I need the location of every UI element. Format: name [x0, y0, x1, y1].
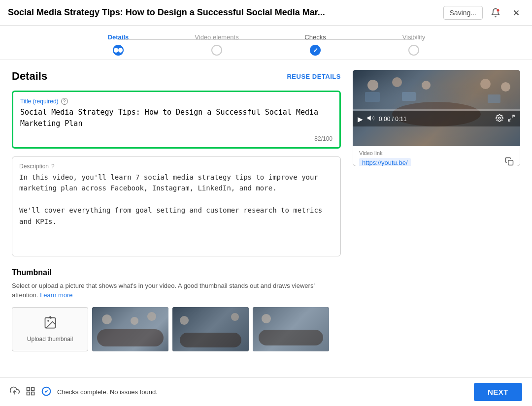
video-preview: ▶ 0:00 / 0:11: [353, 70, 520, 166]
bell-icon: [491, 8, 500, 18]
section-title: Details: [12, 70, 47, 83]
thumbnail-row: Upload thumbnail: [12, 307, 341, 351]
video-overlay: [353, 70, 520, 146]
fullscreen-button[interactable]: [507, 114, 515, 124]
description-label: Description ?: [19, 163, 333, 170]
step-video-elements-circle: [211, 45, 222, 56]
learn-more-link[interactable]: Learn more: [40, 291, 72, 299]
step-details-circle: [113, 45, 124, 56]
alert-icon-button[interactable]: [488, 5, 503, 21]
video-link-label: Video link: [359, 150, 514, 156]
svg-point-7: [499, 117, 500, 119]
title-label: Title (required) ?: [20, 98, 332, 105]
upload-thumbnail-button[interactable]: Upload thumbnail: [12, 307, 88, 351]
volume-button[interactable]: [367, 114, 375, 124]
svg-rect-14: [27, 392, 30, 395]
upload-icon: [43, 316, 57, 333]
video-link-url[interactable]: https://youtu.be/: [359, 158, 411, 166]
svg-point-0: [497, 9, 499, 11]
close-button[interactable]: [508, 5, 524, 21]
video-info-box: Video link https://youtu.be/ Filename So…: [353, 146, 520, 166]
step-visibility[interactable]: Visibility: [365, 33, 463, 56]
step-video-elements[interactable]: Video elements: [167, 33, 266, 56]
char-count: 82/100: [20, 135, 332, 142]
thumbnail-option-1[interactable]: [92, 307, 168, 351]
thumbnail-option-2[interactable]: [172, 307, 249, 351]
next-button[interactable]: NEXT: [474, 383, 522, 401]
settings-button[interactable]: [496, 114, 503, 124]
step-checks-circle: ✓: [310, 45, 321, 56]
bottom-bar: Checks complete. No issues found. NEXT: [0, 377, 532, 406]
video-thumbnail: ▶ 0:00 / 0:11: [353, 70, 520, 146]
play-button[interactable]: ▶: [358, 115, 363, 123]
svg-marker-6: [367, 116, 370, 120]
header-actions: Saving...: [443, 5, 524, 21]
video-progress-bar[interactable]: [353, 109, 520, 111]
check-complete-icon: [41, 386, 51, 398]
svg-rect-12: [27, 387, 30, 390]
title-input[interactable]: Social Media Strategy Tips: How to Desig…: [20, 107, 332, 131]
svg-line-9: [508, 119, 511, 121]
header: Social Media Strategy Tips: How to Desig…: [0, 0, 532, 26]
svg-rect-10: [508, 160, 513, 165]
svg-rect-13: [32, 387, 34, 390]
svg-rect-15: [32, 392, 34, 395]
right-panel: ▶ 0:00 / 0:11: [353, 70, 520, 368]
left-panel: Details REUSE DETAILS Title (required) ?…: [12, 70, 341, 368]
saving-button[interactable]: Saving...: [443, 6, 483, 20]
step-visibility-circle: [408, 45, 419, 56]
svg-line-8: [512, 115, 514, 118]
step-checks[interactable]: Checks ✓: [266, 33, 365, 56]
grid-icon-bottom[interactable]: [26, 386, 35, 398]
svg-point-4: [47, 320, 49, 322]
step-visibility-label: Visibility: [402, 33, 426, 41]
copy-button[interactable]: [505, 157, 514, 166]
description-input[interactable]: In this video, you'll learn 7 social med…: [19, 172, 333, 249]
section-header: Details REUSE DETAILS: [12, 70, 341, 83]
page-title: Social Media Strategy Tips: How to Desig…: [8, 7, 392, 18]
video-link-row: https://youtu.be/: [359, 157, 514, 166]
thumbnail-option-3[interactable]: [253, 307, 329, 351]
thumbnail-section: Thumbnail Select or upload a picture tha…: [12, 268, 341, 351]
check-mark: ✓: [313, 47, 318, 54]
close-icon: [512, 8, 521, 17]
upload-icon-bottom[interactable]: [10, 386, 20, 398]
steps-nav: Details Video elements Checks ✓ Visibili…: [0, 26, 532, 60]
video-controls: ▶ 0:00 / 0:11: [353, 111, 520, 126]
title-field-wrapper: Title (required) ? Social Media Strategy…: [12, 91, 341, 149]
description-field-wrapper: Description ? In this video, you'll lear…: [12, 156, 341, 256]
upload-thumbnail-label: Upload thumbnail: [27, 336, 73, 343]
description-help-icon[interactable]: ?: [51, 163, 55, 170]
thumbnail-description: Select or upload a picture that shows wh…: [12, 281, 341, 300]
time-display: 0:00 / 0:11: [379, 116, 492, 123]
main-content: Details REUSE DETAILS Title (required) ?…: [0, 60, 532, 377]
reuse-details-button[interactable]: REUSE DETAILS: [287, 73, 341, 80]
steps-track: Details Video elements Checks ✓ Visibili…: [69, 33, 463, 56]
checks-complete-text: Checks complete. No issues found.: [57, 388, 468, 396]
title-help-icon[interactable]: ?: [61, 98, 68, 105]
thumbnail-heading: Thumbnail: [12, 268, 341, 277]
step-details[interactable]: Details: [69, 33, 167, 56]
